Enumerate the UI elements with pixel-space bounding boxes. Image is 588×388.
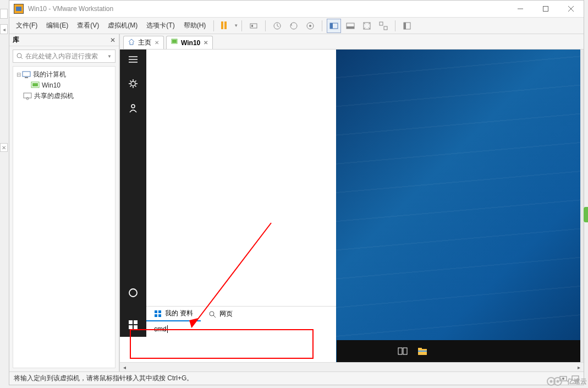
scroll-left-icon[interactable]: ◂: [120, 364, 129, 370]
computer-icon: [22, 71, 31, 79]
view-console-button[interactable]: [327, 19, 341, 33]
vm-icon: [171, 39, 178, 47]
snapshot-button[interactable]: [270, 19, 284, 33]
main-area: 主页 ✕ Win10 ✕: [119, 34, 584, 371]
library-title: 库: [13, 35, 110, 45]
unity-button[interactable]: [376, 19, 391, 33]
search-icon: [208, 310, 216, 318]
search-icon: [17, 53, 23, 59]
titlebar: Win10 - VMware Workstation: [9, 1, 584, 18]
tab-label: 主页: [138, 38, 151, 47]
library-search-input[interactable]: 在此处键入内容进行搜索 ▼: [13, 50, 116, 63]
win10-desktop-wallpaper[interactable]: [336, 50, 580, 362]
statusbar: 将输入定向到该虚拟机，请将鼠标指针移入其中或按 Ctrl+G。: [9, 371, 584, 385]
library-toggle-button[interactable]: [400, 19, 414, 33]
pause-vm-button[interactable]: [218, 19, 233, 33]
home-icon: [128, 39, 135, 47]
tree-label: 我的计算机: [33, 70, 66, 79]
svg-point-9: [309, 25, 311, 27]
win10-start-strip: [120, 50, 146, 337]
menu-help[interactable]: 帮助(H): [179, 21, 211, 30]
file-explorer-icon[interactable]: [417, 346, 427, 356]
search-value: cmd: [154, 325, 167, 333]
maximize-button[interactable]: [533, 1, 558, 18]
left-edge-tab-2[interactable]: ◂: [0, 24, 8, 34]
manage-snapshot-button[interactable]: [303, 19, 317, 33]
dropdown-icon[interactable]: ▼: [107, 54, 112, 59]
svg-rect-28: [172, 40, 177, 43]
separator: [395, 20, 395, 31]
task-view-icon[interactable]: [398, 346, 408, 356]
tab-label: Win10: [181, 39, 200, 47]
svg-rect-11: [330, 23, 333, 29]
svg-rect-36: [155, 310, 157, 313]
svg-point-31: [129, 289, 137, 297]
windows-start-icon[interactable]: [128, 319, 139, 330]
svg-rect-33: [134, 320, 138, 324]
menu-view[interactable]: 查看(V): [73, 21, 103, 30]
svg-line-41: [213, 315, 216, 318]
tree-label: 共享的虚拟机: [34, 91, 74, 101]
revert-snapshot-button[interactable]: [287, 19, 301, 33]
hamburger-icon[interactable]: [128, 54, 139, 65]
close-button[interactable]: [558, 1, 584, 18]
svg-rect-34: [129, 325, 133, 329]
close-library-button[interactable]: ✕: [110, 36, 116, 44]
collapse-icon[interactable]: ⊟: [15, 72, 22, 78]
fullscreen-button[interactable]: [360, 19, 374, 33]
minimize-button[interactable]: [508, 1, 533, 18]
tab-win10[interactable]: Win10 ✕: [166, 36, 213, 49]
tree-item-my-computer[interactable]: ⊟ 我的计算机: [15, 69, 113, 80]
tabbar: 主页 ✕ Win10 ✕: [120, 34, 584, 50]
left-edge-tab[interactable]: [0, 9, 8, 19]
svg-rect-45: [418, 348, 422, 349]
search-tab-web[interactable]: 网页: [201, 307, 240, 321]
search-tab-my-stuff[interactable]: 我的 资料: [146, 307, 201, 321]
tab-home[interactable]: 主页 ✕: [123, 36, 164, 49]
menu-tabs[interactable]: 选项卡(T): [142, 21, 179, 30]
dropdown-icon[interactable]: ▼: [234, 23, 238, 28]
separator: [322, 20, 322, 31]
send-ctrl-alt-del-button[interactable]: [246, 19, 261, 33]
vm-vertical-scrollbar[interactable]: [580, 50, 584, 362]
svg-point-55: [550, 380, 553, 383]
vm-horizontal-scrollbar[interactable]: ◂ ▸: [120, 362, 584, 371]
win10-start-content: 我的 资料 网页 cmd: [146, 50, 337, 337]
svg-rect-39: [158, 314, 161, 317]
menu-file[interactable]: 文件(F): [12, 21, 42, 30]
win10-taskbar: [337, 340, 580, 362]
tab-close-icon[interactable]: ✕: [155, 40, 159, 46]
svg-rect-43: [403, 348, 407, 354]
tree-item-win10-vm[interactable]: Win10: [15, 80, 113, 90]
gear-icon[interactable]: [128, 78, 139, 89]
separator: [265, 20, 266, 31]
search-placeholder: 在此处键入内容进行搜索: [25, 52, 98, 61]
tab-close-icon[interactable]: ✕: [204, 40, 208, 46]
menu-vm[interactable]: 虚拟机(M): [103, 21, 142, 30]
menu-edit[interactable]: 编辑(E): [42, 21, 73, 30]
cortana-circle-icon[interactable]: [128, 287, 139, 298]
win10-search-input[interactable]: cmd: [146, 321, 337, 337]
svg-rect-21: [23, 72, 30, 76]
svg-rect-15: [380, 22, 383, 25]
shared-icon: [23, 92, 32, 100]
svg-rect-4: [250, 24, 257, 28]
scroll-right-icon[interactable]: ▸: [574, 364, 584, 370]
tree-item-shared-vms[interactable]: 共享的虚拟机: [15, 90, 113, 102]
svg-point-56: [557, 380, 559, 383]
svg-rect-35: [134, 325, 138, 329]
separator: [241, 20, 242, 31]
svg-line-20: [21, 57, 23, 59]
view-thumbnail-button[interactable]: [343, 19, 358, 33]
svg-point-30: [131, 105, 135, 108]
window-title: Win10 - VMware Workstation: [28, 5, 508, 13]
svg-point-40: [210, 312, 214, 316]
right-edge-bead[interactable]: [584, 207, 588, 222]
status-text: 将输入定向到该虚拟机，请将鼠标指针移入其中或按 Ctrl+G。: [14, 374, 193, 383]
user-icon[interactable]: [128, 102, 139, 113]
left-panel-bead[interactable]: ✕: [0, 143, 8, 152]
vm-icon: [31, 81, 40, 89]
svg-point-7: [290, 23, 297, 29]
tree-label: Win10: [42, 81, 61, 89]
vm-console[interactable]: 我的 资料 网页 cmd: [120, 50, 584, 362]
